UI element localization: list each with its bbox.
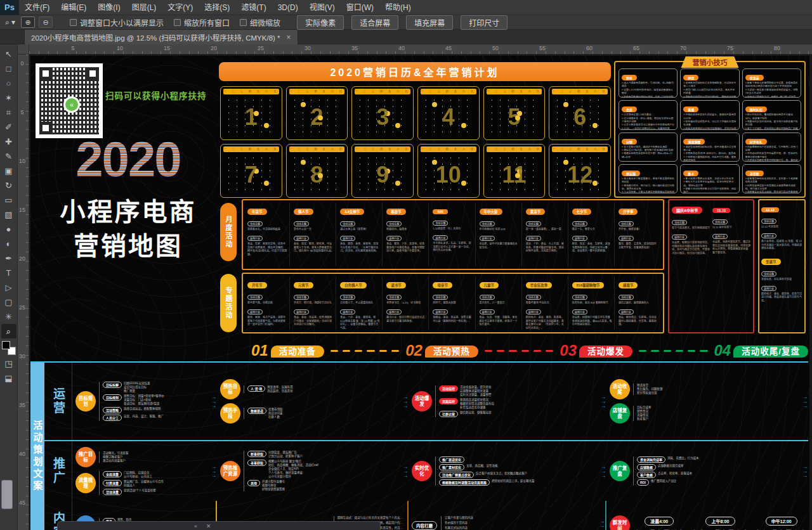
activity-industry: 食品、个护、美妆、服饰等，和3.14营销主题 做『答 14 颗糖 14 倍好礼』… <box>340 316 380 330</box>
tips-grid: 秒杀 选人气爆款商品做秒杀，引流拉新，低+包邮/引爆品设置1-3小时限时秒杀场次… <box>619 68 801 193</box>
option-checkbox[interactable]: 细微缩放 <box>240 17 280 28</box>
tool-button[interactable]: ▢ <box>1 295 16 309</box>
tool-button[interactable]: ● <box>1 222 16 236</box>
mindmap-root-node: 预热目标 <box>220 379 240 399</box>
view-button[interactable]: 适合屏幕 <box>351 15 398 30</box>
tool-palette: ↖□○✶⌗✐✚✎▣↻▭▧●◐✒T▷▢✳⌕ ◳ ⬓ <box>0 44 18 530</box>
zoom-in-button[interactable]: ⊕ <box>21 16 35 28</box>
tip-line: 稀有卡片点击率不叫看放贴，促进多种实用可选，保持长连打率 <box>683 181 736 188</box>
tool-button[interactable]: ▭ <box>1 193 16 207</box>
menu-item[interactable]: 视图(V) <box>304 0 341 15</box>
menu-item[interactable]: 3D(D) <box>272 0 304 15</box>
menu-item[interactable]: 文件(F) <box>19 0 55 15</box>
branch-line: 结合客户价值关注点，优化触点触达客户 <box>476 472 527 475</box>
menu-item[interactable]: 帮助(H) <box>379 0 417 15</box>
tool-button[interactable]: ◐ <box>1 236 16 251</box>
close-icon[interactable]: ✕ <box>206 523 211 529</box>
menu-item[interactable]: 窗口(W) <box>341 0 379 15</box>
color-swatches[interactable] <box>2 341 16 355</box>
ruler-number: 25 <box>19 305 25 310</box>
calendar-month-card: 一 二 三 四 五 六 日 4 <box>417 86 480 140</box>
calendar-weekday-header: 一 二 三 四 五 六 日 <box>487 89 542 94</box>
branch-line: 渠道目标：朋友圈/社群/裂变 <box>124 402 164 406</box>
menu-item[interactable]: 图层(L) <box>126 0 162 15</box>
foreground-color-swatch[interactable] <box>2 341 10 349</box>
theme-label: 活动主题 <box>340 295 355 300</box>
zoom-tool-preset-icon[interactable]: ⌕ ▾ <box>0 18 18 27</box>
tool-button[interactable]: ✳ <box>1 309 16 324</box>
menu-bar: Ps 文件(F)编辑(E)图像(I)图层(L)文字(Y)选择(S)滤镜(T)3D… <box>0 0 812 15</box>
checkbox-box[interactable] <box>240 19 247 26</box>
branch-pill: ROI <box>637 479 649 486</box>
tip-label: 秒杀 <box>622 75 637 81</box>
checkbox-label: 调整窗口大小以满屏显示 <box>80 17 164 28</box>
ruler-number: 45 <box>19 500 25 505</box>
tool-button[interactable]: ✒ <box>1 251 16 266</box>
option-checkbox[interactable]: 调整窗口大小以满屏显示 <box>70 17 164 28</box>
quick-mask-button[interactable]: ◳ <box>1 356 16 371</box>
industry-label: 适用行业 <box>761 286 776 291</box>
tool-button[interactable]: ▷ <box>1 280 16 295</box>
mindmap-row-label: 运营 <box>44 363 72 440</box>
tool-button[interactable]: ⌗ <box>1 105 16 120</box>
tool-button[interactable]: ⌕ <box>1 324 16 339</box>
poster-title-line1: 小程序电商 <box>47 191 209 228</box>
document-canvas[interactable]: « 扫码可以获得小程序扶持 2020 小程序电商 营销地图 2020营销日历&全… <box>29 55 812 530</box>
option-checkbox[interactable]: 缩放所有窗口 <box>174 17 230 28</box>
menu-item[interactable]: 滤镜(T) <box>235 0 272 15</box>
menu-item[interactable]: 图像(I) <box>92 0 126 15</box>
tab-close-icon[interactable]: × <box>287 33 291 42</box>
branch-line: 推广费用投入产出比 <box>651 479 677 483</box>
activity-industry: 全品类，是年中优惠力度最强的大促活动。 <box>480 242 520 249</box>
theme-label: 活动主题 <box>433 295 448 300</box>
tool-button[interactable]: ✎ <box>1 149 16 164</box>
horizontal-ruler[interactable]: 5101520253035404550556065707580 <box>29 44 812 55</box>
activity-title: 情人节 <box>294 209 313 215</box>
tip-line: 秒杀福利贯穿预售环节，可以大文字做红主席特有流量 <box>683 120 736 127</box>
activity-title: 感恩节 <box>619 282 638 288</box>
tool-button[interactable]: ✶ <box>1 91 16 105</box>
tip-line: 选人气爆款商品做秒杀，引流拉新，低+包邮/引爆品 <box>622 82 674 89</box>
tool-button[interactable]: ↻ <box>1 178 16 193</box>
tool-button[interactable]: ✐ <box>1 120 16 134</box>
view-button[interactable]: 填充屏幕 <box>406 15 453 30</box>
tool-button[interactable]: T <box>1 266 16 280</box>
menu-item[interactable]: 编辑(E) <box>55 0 92 15</box>
view-button[interactable]: 打印尺寸 <box>461 15 508 30</box>
branch-pill: 推广渠道优化 <box>439 456 464 463</box>
tip-line: 老带新拼团借助社交关系快速裂变，可试拼价中每二三场次 <box>683 82 736 89</box>
qr-pattern: « <box>39 67 99 134</box>
zoom-out-button[interactable]: ⊖ <box>39 16 53 28</box>
industry-label: 适用行业 <box>247 236 263 241</box>
mindmap-root-node: 推广复盘 <box>610 461 630 481</box>
tool-button[interactable]: ▧ <box>1 207 16 222</box>
phase-flag: 活动预热 <box>425 346 478 358</box>
vertical-ruler[interactable]: 051015202530354045 <box>18 55 29 530</box>
checkbox-box[interactable] <box>174 19 181 26</box>
ruler-number: 20 <box>19 256 25 261</box>
tool-button[interactable]: ○ <box>1 76 16 91</box>
activity-industry: 食品、服饰周边、生鲜等，活动话题可以围绕感恩、分享等，感恩回馈。 <box>619 316 658 326</box>
tool-button[interactable]: ↖ <box>1 47 16 61</box>
menu-item[interactable]: 选择(S) <box>199 0 235 15</box>
mindmap-group: 预热手段 数据渠道 <box>220 403 405 423</box>
tip-label: 分销 <box>622 139 637 145</box>
screen-mode-button[interactable]: ⬓ <box>1 371 16 385</box>
checkbox-box[interactable] <box>70 19 77 26</box>
promo-industry: 全品类，电商年度狂欢节，通过多类玩法对接全渠道资源，可择优提前11天预热，预售期… <box>712 240 750 254</box>
view-button[interactable]: 实际像素 <box>297 15 344 30</box>
tip-label: 朋友圈 <box>622 171 640 176</box>
back-icon[interactable]: « <box>194 523 197 529</box>
menu-item[interactable]: 文字(Y) <box>162 0 199 15</box>
tool-button[interactable]: ▣ <box>1 164 16 178</box>
document-tab[interactable]: 2020小程序电商营销地图.jpg @ 12.5% (扫码可以获得小程序扶持, … <box>24 30 298 44</box>
december-promo-box: 12.12 活动主题 12.12 年末狂欢 适用行业 各行业重拾，延续双 11 … <box>758 199 806 333</box>
mindmap-branch: 目标拆解 回顾2019年运营结果设定同比增长目标推广预算 <box>103 382 164 393</box>
branch-line: 微信群运营、微客服运营 <box>460 411 492 415</box>
activity-card: 儿童节 活动主题 普天同乐，六一童真日 适用行业 食品、玩具、母婴、书籍等，家长… <box>478 276 522 330</box>
tool-button[interactable]: ✚ <box>1 134 16 149</box>
tool-button[interactable]: □ <box>1 61 16 76</box>
tip-label: 好评有礼 <box>745 139 767 145</box>
activity-title: 七夕节 <box>572 209 592 215</box>
tip-line: 个性明显示量搭配抵现，利益不打引流量，更新新制造商品 <box>683 156 736 162</box>
